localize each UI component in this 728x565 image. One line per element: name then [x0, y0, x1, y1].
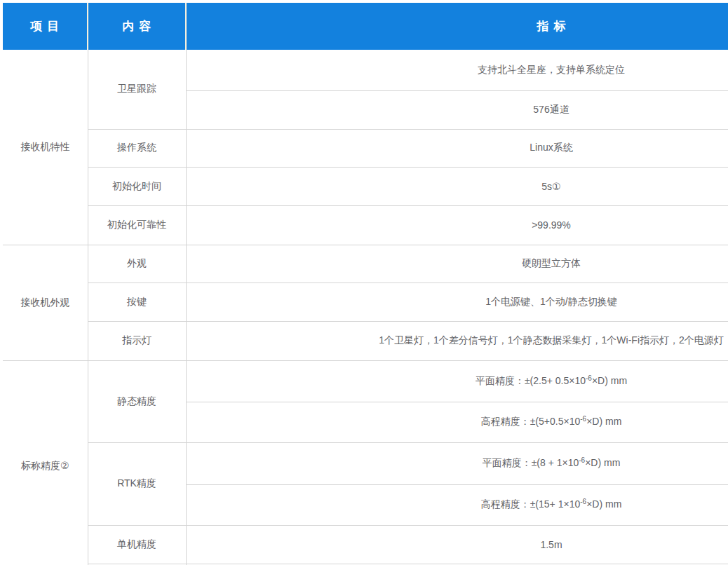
indicator-cell-buttons: 1个电源键、1个动/静态切换键: [186, 282, 728, 321]
indicator-cell-os: Linux系统: [186, 129, 728, 167]
table-row: 接收机外观 外观 硬朗型立方体: [3, 245, 728, 282]
table-row: 指示灯 1个卫星灯，1个差分信号灯，1个静态数据采集灯，1个Wi-Fi指示灯，2…: [3, 321, 728, 360]
content-cell-init-time: 初始化时间: [88, 167, 186, 205]
indicator-cell-standalone-accuracy: 1.5m: [186, 525, 728, 564]
table-row: 初始化可靠性 >99.99%: [3, 205, 728, 245]
table-row: 接收机特性 卫星跟踪 支持北斗全星座，支持单系统定位: [3, 50, 728, 90]
indicator-cell-appearance: 硬朗型立方体: [186, 245, 728, 282]
indicator-cell-constellation: 支持北斗全星座，支持单系统定位: [186, 50, 728, 90]
indicator-cell-init-reliability: >99.99%: [186, 205, 728, 245]
indicator-cell-static-plane: 平面精度：±(2.5+ 0.5×10-6×D) mm: [186, 360, 728, 402]
content-cell-init-reliability: 初始化可靠性: [88, 205, 186, 245]
spec-table-viewport: 项目 内容 指标 接收机特性 卫星跟踪 支持北斗全星座，支持单系统定位 576通…: [0, 0, 728, 565]
item-cell-receiver-features: 接收机特性: [3, 50, 88, 245]
table-row: 操作系统 Linux系统: [3, 129, 728, 167]
content-cell-rtk-accuracy: RTK精度: [88, 442, 186, 525]
indicator-cell-static-height: 高程精度：±(5+0.5×10-6×D) mm: [186, 402, 728, 442]
table-row: 单机精度 1.5m: [3, 525, 728, 564]
content-cell-satellite-tracking: 卫星跟踪: [88, 50, 186, 129]
header-row: 项目 内容 指标: [3, 3, 728, 50]
item-cell-receiver-appearance: 接收机外观: [3, 245, 88, 360]
table-row: 初始化时间 5s①: [3, 167, 728, 205]
content-cell-os: 操作系统: [88, 129, 186, 167]
content-cell-appearance: 外观: [88, 245, 186, 282]
spec-table: 项目 内容 指标 接收机特性 卫星跟踪 支持北斗全星座，支持单系统定位 576通…: [3, 3, 728, 565]
column-header-indicator: 指标: [186, 3, 728, 50]
table-row: 按键 1个电源键、1个动/静态切换键: [3, 282, 728, 321]
indicator-cell-channels: 576通道: [186, 90, 728, 129]
table-row: RTK精度 平面精度：±(8 + 1×10-6×D) mm: [3, 442, 728, 484]
content-cell-indicator-lights: 指示灯: [88, 321, 186, 360]
column-header-content: 内容: [88, 3, 186, 50]
indicator-cell-indicator-lights: 1个卫星灯，1个差分信号灯，1个静态数据采集灯，1个Wi-Fi指示灯，2个电源灯: [186, 321, 728, 360]
column-header-item: 项目: [3, 3, 88, 50]
content-cell-standalone-accuracy: 单机精度: [88, 525, 186, 564]
content-cell-buttons: 按键: [88, 282, 186, 321]
table-row: 标称精度② 静态精度 平面精度：±(2.5+ 0.5×10-6×D) mm: [3, 360, 728, 402]
indicator-cell-rtk-plane: 平面精度：±(8 + 1×10-6×D) mm: [186, 442, 728, 484]
content-cell-static-accuracy: 静态精度: [88, 360, 186, 442]
item-cell-nominal-accuracy: 标称精度②: [3, 360, 88, 565]
indicator-cell-rtk-height: 高程精度：±(15+ 1×10-6×D) mm: [186, 484, 728, 525]
indicator-cell-init-time: 5s①: [186, 167, 728, 205]
